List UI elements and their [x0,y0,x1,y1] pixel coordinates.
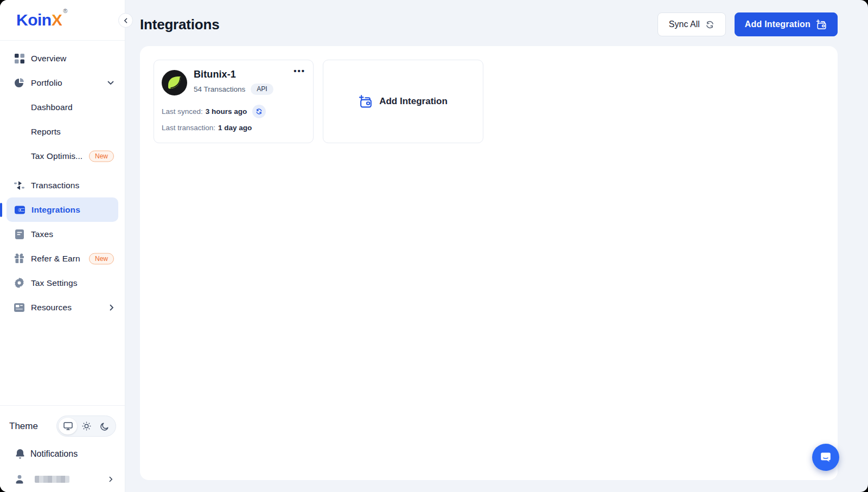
last-synced-row: Last synced: 3 hours ago [162,105,305,118]
new-badge: New [89,150,114,162]
card-head: Bitunix-1 54 Transactions API [162,68,305,95]
bell-icon [15,449,25,459]
moon-icon [100,422,109,431]
theme-toggle[interactable] [56,416,116,437]
add-integration-card-label: Add Integration [379,96,448,107]
sidebar-item-label: Resources [31,303,72,312]
add-wallet-icon [816,19,827,30]
sidebar-item-portfolio[interactable]: Portfolio [0,71,125,95]
header-actions: Sync All Add Integration [658,12,838,36]
chat-bubble-icon [819,451,832,464]
last-transaction-value: 1 day ago [218,124,252,132]
main-area: Integrations Sync All Add Integration ••… [125,0,868,492]
chevron-down-icon[interactable] [107,81,114,85]
last-synced-value: 3 hours ago [206,107,247,116]
refresh-icon [256,108,263,115]
sidebar-item-label: Refer & Earn [31,254,80,264]
koinx-logo[interactable]: KoinX® [16,11,66,29]
sidebar-item-dashboard[interactable]: Dashboard [0,95,125,119]
sidebar-item-label: Overview [31,54,66,63]
transactions-count: 54 Transactions [194,85,245,93]
pie-chart-icon [14,78,24,88]
sidebar-item-label: Reports [31,127,61,137]
last-transaction-row: Last transaction: 1 day ago [162,124,305,132]
sidebar-item-label: Integrations [31,205,80,215]
logo-text-x: X [52,11,62,29]
sidebar-item-transactions[interactable]: Transactions [0,173,125,197]
sidebar-bottom: Theme Notifications [0,405,125,492]
card-subline: 54 Transactions API [194,84,273,95]
theme-light-button[interactable] [77,418,95,435]
notifications-button[interactable]: Notifications [0,441,125,467]
theme-row: Theme [0,411,125,441]
sidebar-item-taxes[interactable]: Taxes [0,222,125,246]
theme-system-button[interactable] [59,418,77,435]
cards-row: ••• Bitunix-1 54 Transactions API [154,60,824,143]
api-badge: API [251,84,273,95]
wallet-icon [15,205,25,215]
last-transaction-label: Last transaction: [162,124,215,132]
add-integration-card[interactable]: Add Integration [323,60,483,143]
sidebar-item-integrations[interactable]: Integrations [7,197,118,222]
sidebar-nav: Overview Portfolio Dashboard Reports Tax… [0,41,125,320]
integration-card-bitunix[interactable]: ••• Bitunix-1 54 Transactions API [154,60,314,143]
bitunix-logo [162,70,187,95]
grid-icon [14,53,24,63]
sidebar-item-refer-earn[interactable]: Refer & Earn New [0,246,125,271]
sidebar-item-label: Dashboard [31,103,73,112]
sidebar-item-label: Portfolio [31,78,62,88]
card-menu-button[interactable]: ••• [293,67,305,75]
chevron-right-icon [109,476,113,482]
registered-mark: ® [63,8,67,14]
add-integration-label: Add Integration [745,20,810,29]
sidebar-item-label: Tax Optimis... [31,151,82,161]
refresh-icon [705,20,714,29]
sync-all-label: Sync All [669,20,700,29]
newspaper-icon [14,302,24,312]
chat-launcher-button[interactable] [812,444,839,471]
sidebar-item-overview[interactable]: Overview [0,46,125,71]
sidebar-item-tax-optimisation[interactable]: Tax Optimis... New [0,144,125,168]
page-header: Integrations Sync All Add Integration [140,0,838,49]
sidebar-collapse-button[interactable] [118,13,133,28]
swap-arrows-icon [14,180,24,190]
app-window: KoinX® Overview Portfolio Dashboard [0,0,868,492]
logo-text-koin: Koin [16,11,52,29]
logo-bar: KoinX® [0,0,125,41]
add-wallet-icon [359,94,373,109]
document-icon [14,229,24,239]
card-title-block: Bitunix-1 54 Transactions API [194,68,273,95]
chevron-left-icon [124,18,127,23]
theme-label: Theme [9,421,38,432]
sidebar-item-resources[interactable]: Resources [0,295,125,320]
monitor-icon [63,422,73,430]
user-name-redacted [35,476,69,483]
chevron-right-icon[interactable] [110,304,114,311]
active-indicator [0,203,2,217]
user-avatar-icon [15,474,25,484]
page-title: Integrations [140,16,219,33]
integration-name: Bitunix-1 [194,69,273,80]
sidebar: KoinX® Overview Portfolio Dashboard [0,0,125,492]
sun-icon [82,421,91,431]
integrations-panel: ••• Bitunix-1 54 Transactions API [140,46,838,480]
sidebar-item-label: Transactions [31,181,79,190]
gift-icon [14,253,24,264]
last-synced-label: Last synced: [162,107,203,116]
gear-icon [14,278,24,288]
sidebar-item-reports[interactable]: Reports [0,119,125,144]
sidebar-item-tax-settings[interactable]: Tax Settings [0,271,125,295]
theme-dark-button[interactable] [95,418,114,435]
new-badge: New [89,253,114,264]
user-account-row[interactable] [0,467,125,492]
sidebar-item-label: Taxes [31,229,53,239]
sync-now-button[interactable] [252,105,266,118]
notifications-label: Notifications [30,449,78,459]
add-integration-button[interactable]: Add Integration [735,12,838,36]
sync-all-button[interactable]: Sync All [658,12,726,36]
sidebar-item-label: Tax Settings [31,278,78,288]
